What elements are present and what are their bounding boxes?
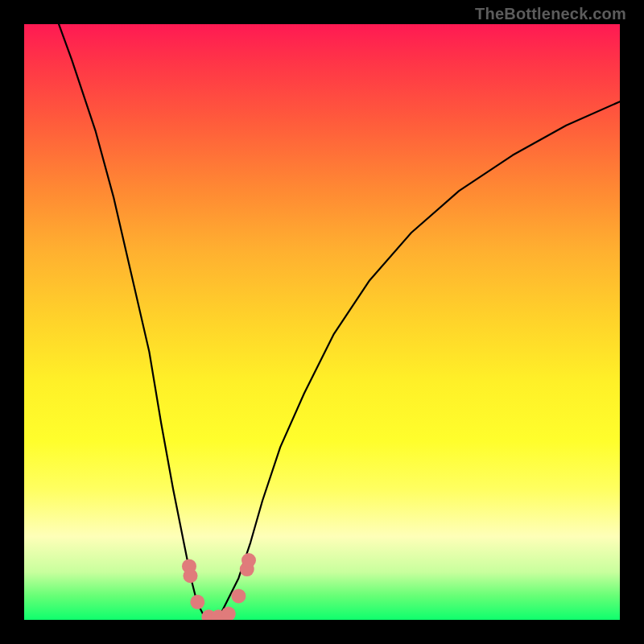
bottleneck-curve [24, 24, 620, 620]
curve-layer [24, 24, 620, 620]
chart-frame: TheBottleneck.com [0, 0, 644, 644]
watermark-text: TheBottleneck.com [475, 5, 626, 23]
marker-right-lower [231, 588, 246, 603]
plot-area [24, 24, 620, 620]
marker-left-upper2 [183, 568, 197, 583]
marker-right-upper2 [242, 553, 256, 568]
marker-left-lower [190, 595, 204, 609]
